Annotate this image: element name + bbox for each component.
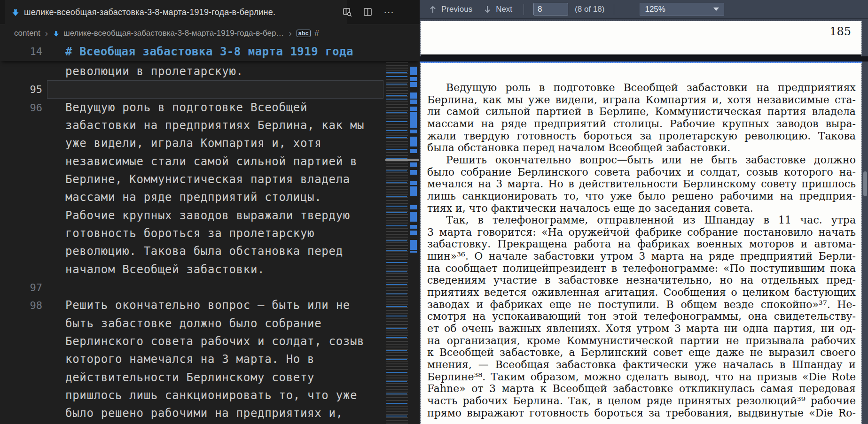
code-line[interactable]: которого намечался на 3 марта. Но в — [0, 350, 385, 369]
line-number: 98 — [0, 296, 42, 315]
code-line-text: которого намечался на 3 марта. Но в — [65, 350, 314, 369]
chevron-down-icon — [713, 8, 719, 11]
line-number: 95 — [0, 80, 42, 99]
overview-ruler-marker — [410, 205, 417, 209]
code-line-text: Берлинского совета рабочих и солдат, соз… — [65, 332, 364, 351]
overview-ruler-marker — [410, 231, 417, 235]
pdf-text-line: забастовку. Прекращена работа на фабрика… — [427, 238, 856, 250]
pdf-text-line: мечался на 3 марта. Но в действительност… — [427, 178, 856, 190]
code-line-text: революции в пролетарскую. — [65, 62, 243, 81]
pdf-text-line: на организация, кроме Коммунистической п… — [427, 335, 856, 347]
overview-ruler-marker — [410, 225, 417, 229]
minimap-heading-mark — [386, 316, 407, 316]
minimap-heading-mark — [386, 271, 407, 272]
minimap-heading-mark — [386, 337, 407, 338]
pdf-text-line: смотря на успокаивающий тон этой телефон… — [427, 310, 856, 323]
code-line[interactable]: революцию. Такова была обстановка перед — [0, 242, 385, 261]
code-line[interactable]: началом Всеобщей забастовки. — [0, 261, 385, 279]
pdf-text-line: лишь санкционировать то, что уже было ре… — [427, 190, 856, 202]
zoom-dropdown[interactable]: 125% — [640, 3, 724, 16]
code-area[interactable]: революции в пролетарскую.9596Ведущую рол… — [0, 0, 385, 424]
overview-ruler-marker — [410, 170, 417, 175]
minimap-heading-mark — [386, 130, 407, 131]
code-line[interactable]: готовность бороться за пролетарскую — [0, 224, 385, 243]
page-number-input[interactable] — [533, 3, 568, 15]
pdf-text-line: ли самой сильной партией в Берлине, Комм… — [427, 106, 856, 118]
pdf-text-line: Берлина, как мы уже видели, играла Компа… — [427, 94, 856, 106]
overview-ruler-marker — [410, 251, 417, 253]
minimap-heading-mark — [386, 76, 407, 77]
code-line[interactable]: 98Решить окончательно вопрос — быть или … — [0, 296, 385, 315]
arrow-down-icon — [483, 5, 492, 14]
minimap-heading-mark — [386, 372, 407, 373]
minimap-heading-mark — [386, 250, 407, 251]
code-line-text: Ведущую роль в подготовке Всеобщей — [65, 99, 307, 117]
minimap-heading-mark — [386, 393, 407, 394]
minimap-heading-mark — [386, 416, 407, 416]
sticky-scroll-heading[interactable]: 14 # Всеобщая забастовка 3-8 марта 1919 … — [0, 42, 420, 61]
code-line-text: уже видели, играла Компартия и, хотя — [65, 134, 321, 153]
code-line-text: быть забастовке должно было собрание — [65, 315, 321, 333]
pdf-viewer-pane: Previous Next (8 of 18) 125% 185 Ведущую… — [420, 0, 868, 424]
pdf-scrollbar-thumb[interactable] — [863, 171, 867, 196]
code-line[interactable]: быть забастовке должно было собрание — [0, 315, 385, 333]
minimap-heading-mark — [386, 196, 407, 197]
minimap-heading-mark — [386, 95, 407, 96]
pdf-text-line: была обстановка перед началом Всеобщей з… — [427, 142, 856, 154]
code-line[interactable]: 97 — [0, 278, 385, 297]
overview-ruler-marker — [410, 186, 417, 196]
next-page-button[interactable]: Next — [481, 4, 514, 15]
overview-ruler-marker — [410, 93, 417, 99]
code-line[interactable]: массами на ряде предприятий столицы. — [0, 188, 385, 207]
pdf-text-line: было собрание Берлинского совета рабочих… — [427, 166, 856, 178]
code-line-text: Берлине, Коммунистическая партия владела — [65, 170, 350, 189]
minimap-heading-mark — [386, 121, 407, 122]
sticky-heading-text: # Всеобщая забастовка 3-8 марта 1919 год… — [65, 42, 353, 61]
pdf-text-line: Ведущую роль в подготовке Всеобщей забас… — [427, 82, 856, 94]
code-line-text: забастовки на предприятиях Берлина, как … — [65, 116, 364, 135]
previous-page-button[interactable]: Previous — [426, 4, 474, 15]
pdf-text-line: к Всеобщей забастовке, а Берлинский сове… — [427, 347, 856, 359]
code-line[interactable]: 96Ведущую роль в подготовке Всеобщей — [0, 99, 385, 117]
minimap-heading-mark — [386, 99, 407, 100]
arrow-up-icon — [428, 5, 438, 14]
code-line-text: независимые стали самой сильной партией … — [65, 153, 357, 171]
toolbar-separator — [614, 4, 614, 15]
code-line[interactable]: 95 — [0, 80, 385, 99]
minimap-heading-mark — [386, 206, 407, 207]
code-line-text: действительности Берлинскому совету — [65, 369, 314, 387]
pdf-text-line: Решить окончательно вопрос—быть или не б… — [427, 154, 856, 166]
pdf-text-line: массами на ряде предприятий столицы. Раб… — [427, 118, 856, 130]
pdf-text-line: заводах и фабриках еще не поступили. В о… — [427, 299, 856, 311]
overview-ruler-marker — [410, 82, 417, 87]
code-line-text: массами на ряде предприятий столицы. — [65, 188, 321, 207]
vscode-window: шелике-всеобщая-забастовка-3-8-марта-191… — [0, 0, 868, 424]
code-line[interactable]: уже видели, играла Компартия и, хотя — [0, 134, 385, 153]
minimap-heading-mark — [386, 403, 407, 404]
code-line[interactable]: было решено рабочими на предприятиях и, — [0, 404, 385, 423]
pdf-scrollbar[interactable] — [863, 19, 868, 424]
code-line[interactable]: действительности Берлинскому совету — [0, 369, 385, 387]
minimap-heading-mark — [386, 328, 407, 329]
code-line[interactable]: забастовки на предприятиях Берлина, как … — [0, 116, 385, 135]
pdf-text-line: Берлине³⁸. Таким образом, можно сделать … — [427, 371, 856, 383]
pdf-text-line: 3 марта говорится: «На оружейчой фабрике… — [427, 226, 856, 239]
code-line[interactable]: революции в пролетарскую. — [0, 62, 385, 81]
code-line-text: революцию. Такова была обстановка перед — [65, 242, 343, 261]
overview-ruler-marker — [410, 130, 417, 133]
minimap-heading-mark — [386, 262, 407, 263]
page-folio-number: 185 — [829, 25, 851, 38]
code-line[interactable]: Рабочие крупных заводов выражали твердую — [0, 207, 385, 225]
code-line[interactable]: пришлось лишь санкционировать то, что уж… — [0, 386, 385, 405]
code-line-text: готовность бороться за пролетарскую — [65, 224, 314, 243]
code-line[interactable]: Берлине, Коммунистическая партия владела — [0, 170, 385, 189]
minimap-heading-mark — [386, 381, 407, 382]
overview-ruler-marker — [410, 137, 417, 146]
code-line[interactable]: независимые стали самой сильной партией … — [0, 153, 385, 171]
overview-ruler-marker — [410, 162, 417, 167]
line-number: 96 — [0, 99, 42, 117]
code-line[interactable]: Берлинского совета рабочих и солдат, соз… — [0, 332, 385, 351]
minimap-heading-mark — [386, 293, 407, 294]
minimap-heading-mark — [386, 149, 407, 150]
minimap-heading-mark — [386, 225, 407, 226]
